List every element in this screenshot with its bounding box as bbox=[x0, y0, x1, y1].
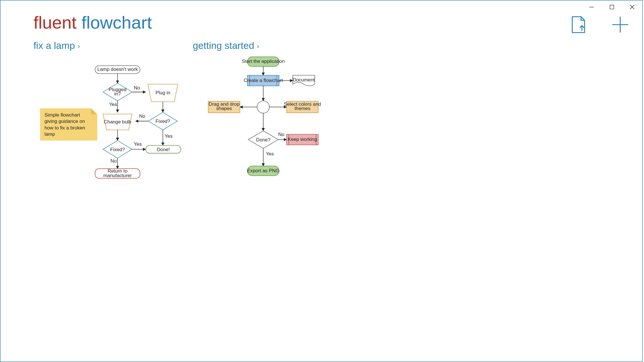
section-label: getting started bbox=[193, 40, 254, 51]
edge-label-yes: Yes bbox=[266, 151, 274, 157]
node-export: Export as PNG bbox=[247, 168, 279, 173]
node-start-app: Start the application bbox=[242, 59, 285, 64]
node-change-bulb: Change bulb bbox=[104, 119, 131, 125]
edge-label-no: No bbox=[278, 132, 284, 137]
node-return-l2: manufacturer bbox=[103, 173, 132, 178]
node-connector bbox=[257, 101, 269, 113]
edge-label-yes: Yes bbox=[134, 141, 142, 147]
app-title-part1: fluent bbox=[33, 13, 77, 32]
node-select-l2: themes bbox=[294, 106, 310, 111]
node-done: Done! bbox=[157, 147, 170, 152]
chevron-right-icon: › bbox=[78, 42, 80, 50]
svg-text:Keep working: Keep working bbox=[288, 137, 317, 142]
node-plug-in: Plug in bbox=[155, 90, 170, 95]
node-create-flowchart: Create a flowchart bbox=[244, 75, 283, 86]
node-document: Document bbox=[293, 77, 315, 83]
edge-label-no: No bbox=[111, 158, 117, 164]
sticky-note-text: Simple flowchart giving guidance on how … bbox=[45, 112, 85, 137]
node-fixed-2: Fixed? bbox=[110, 147, 125, 152]
svg-rect-0 bbox=[610, 5, 614, 9]
window-titlebar bbox=[581, 1, 642, 14]
node-fixed-1: Fixed? bbox=[156, 119, 170, 124]
node-keep-working: Keep working bbox=[286, 134, 318, 145]
maximize-button[interactable] bbox=[602, 1, 622, 14]
app-title-part2: flowchart bbox=[81, 13, 152, 32]
section-link-getting-started[interactable]: getting started› bbox=[193, 40, 259, 51]
chevron-right-icon: › bbox=[257, 42, 259, 50]
minimize-button[interactable] bbox=[581, 1, 602, 14]
edge-label-no: No bbox=[139, 113, 145, 119]
svg-text:Create a flowchart: Create a flowchart bbox=[244, 78, 283, 83]
node-plugged-in-l2: in? bbox=[114, 91, 121, 97]
new-flowchart-button[interactable] bbox=[611, 16, 629, 33]
section-label: fix a lamp bbox=[33, 40, 75, 51]
edge-label-no: No bbox=[134, 85, 140, 91]
import-file-button[interactable] bbox=[570, 16, 587, 33]
node-lamp-start: Lamp doesn't work bbox=[97, 67, 138, 72]
app-title: fluent flowchart bbox=[33, 13, 152, 33]
section-link-fix-a-lamp[interactable]: fix a lamp› bbox=[33, 40, 80, 51]
close-button[interactable] bbox=[622, 1, 642, 14]
edge-label-yes: Yes bbox=[109, 102, 117, 107]
edge-label-yes: Yes bbox=[164, 133, 172, 139]
node-done-q: Done? bbox=[256, 137, 270, 143]
node-drag-l2: shapes bbox=[216, 106, 232, 111]
flowchart-fix-a-lamp[interactable]: Lamp doesn't work Plugged in? No Plug in… bbox=[86, 63, 201, 186]
flowchart-getting-started[interactable]: Start the application Create a flowchart… bbox=[196, 55, 328, 192]
